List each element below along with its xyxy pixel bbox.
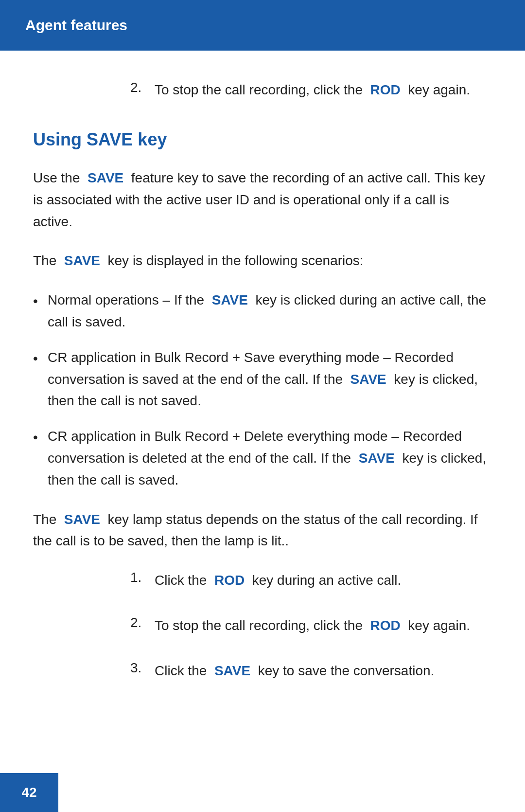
bullet-list: • Normal operations – If the SAVE key is… [33,289,492,491]
bullet-2-before: CR application in Bulk Record + Save eve… [48,350,454,387]
step-1-content: Click the ROD key during an active call. [155,570,401,592]
bullet-2-keyword: SAVE [350,372,386,387]
step-3-after: key to save the conversation. [258,663,435,678]
step-1-number: 1. [130,570,155,592]
para-3-keyword: SAVE [64,512,100,527]
step-2-after: key again. [408,618,470,633]
step-1-after: key during an active call. [252,573,402,588]
para-1-keyword: SAVE [88,170,123,185]
list-item: • Normal operations – If the SAVE key is… [33,289,492,333]
step-2-number: 2. [130,615,155,637]
para-2-keyword: SAVE [64,253,100,268]
intro-step-2-number: 2. [130,80,155,100]
step-2-before: To stop the call recording, click the [155,618,363,633]
para-3: The SAVE key lamp status depends on the … [33,509,492,553]
para-1: Use the SAVE feature key to save the rec… [33,167,492,233]
step-3-content: Click the SAVE key to save the conversat… [155,660,434,682]
content-area: 2. To stop the call recording, click the… [0,51,525,754]
intro-step-2-after: key again. [408,82,470,97]
bullet-1-keyword: SAVE [212,292,248,307]
steps-section: 1. Click the ROD key during an active ca… [33,570,492,682]
intro-step-2-before: To stop the call recording, click the [155,82,363,97]
step-3-keyword: SAVE [214,663,250,678]
page-number: 42 [21,785,36,800]
list-item: • CR application in Bulk Record + Delete… [33,426,492,491]
bullet-3-keyword: SAVE [359,451,395,466]
bullet-content-3: CR application in Bulk Record + Delete e… [48,426,492,491]
step-2-keyword: ROD [370,618,401,633]
step-1-before: Click the [155,573,207,588]
bullet-content-2: CR application in Bulk Record + Save eve… [48,347,492,412]
list-item: • CR application in Bulk Record + Save e… [33,347,492,412]
intro-step-2-keyword: ROD [370,82,401,97]
para-3-before: The [33,512,56,527]
bullet-dot-1: • [33,290,48,312]
bullet-1-before: Normal operations – If the [48,292,204,307]
step-row-2: 2. To stop the call recording, click the… [130,615,492,637]
intro-step-2: 2. To stop the call recording, click the… [33,80,492,100]
para-1-before: Use the [33,170,80,185]
footer-bar: 42 [0,773,58,812]
step-3-before: Click the [155,663,207,678]
para-2: The SAVE key is displayed in the followi… [33,250,492,272]
step-1-keyword: ROD [214,573,245,588]
intro-step-2-text: To stop the call recording, click the RO… [155,80,470,100]
step-3-number: 3. [130,660,155,682]
header-title: Agent features [25,17,127,34]
step-2-content: To stop the call recording, click the RO… [155,615,470,637]
para-3-after: key lamp status depends on the status of… [33,512,478,549]
section-title: Using SAVE key [33,129,492,150]
para-2-before: The [33,253,56,268]
para-2-after: key is displayed in the following scenar… [108,253,364,268]
bullet-3-before: CR application in Bulk Record + Delete e… [48,429,462,466]
bullet-dot-3: • [33,427,48,449]
header-bar: Agent features [0,0,525,51]
step-row-3: 3. Click the SAVE key to save the conver… [130,660,492,682]
bullet-content-1: Normal operations – If the SAVE key is c… [48,289,492,333]
step-row-1: 1. Click the ROD key during an active ca… [130,570,492,592]
bullet-dot-2: • [33,348,48,370]
